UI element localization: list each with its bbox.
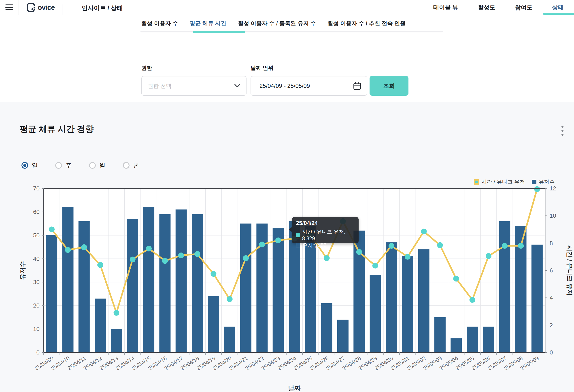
bar-25/04/15[interactable]	[143, 207, 154, 353]
bar-25/04/17[interactable]	[176, 209, 187, 353]
line-point-25/04/28[interactable]	[356, 249, 362, 255]
line-point-25/05/08[interactable]	[518, 243, 524, 249]
bar-25/05/01[interactable]	[402, 256, 413, 353]
bar-25/05/05[interactable]	[467, 327, 478, 353]
bar-25/04/16[interactable]	[159, 214, 170, 353]
right-tick-label: 12	[550, 185, 556, 192]
line-point-25/05/09[interactable]	[534, 186, 540, 192]
tooltip-arrow	[289, 227, 292, 232]
left-tick-label: 70	[33, 185, 40, 192]
left-tick-label: 60	[33, 208, 40, 215]
line-point-25/05/06[interactable]	[486, 253, 492, 259]
bar-25/04/21[interactable]	[240, 224, 251, 353]
line-point-25/04/17[interactable]	[178, 253, 184, 258]
tooltip-bar-row: 유저수: 56	[296, 242, 355, 248]
bar-25/05/09[interactable]	[532, 245, 543, 353]
line-point-25/04/26[interactable]	[324, 255, 330, 261]
bar-25/04/19[interactable]	[208, 296, 219, 353]
right-tick-label: 0	[550, 349, 553, 356]
bar-25/04/26[interactable]	[321, 303, 332, 353]
bar-25/05/03[interactable]	[434, 317, 446, 353]
bar-25/04/11[interactable]	[79, 221, 90, 353]
left-tick-label: 50	[33, 232, 40, 239]
tooltip-line-swatch-icon	[296, 233, 300, 237]
bar-25/04/12[interactable]	[95, 299, 106, 353]
bar-25/04/10[interactable]	[62, 207, 73, 353]
bar-25/04/18[interactable]	[192, 214, 203, 353]
bar-25/04/28[interactable]	[353, 231, 365, 353]
trend-chart: 01020304050607002468101225/04/0925/04/10…	[0, 0, 574, 392]
line-point-25/04/11[interactable]	[81, 244, 87, 250]
bar-25/05/02[interactable]	[418, 249, 430, 353]
right-tick-label: 4	[550, 294, 553, 301]
line-point-25/05/03[interactable]	[437, 242, 443, 248]
line-point-25/04/20[interactable]	[227, 296, 233, 302]
tooltip-date: 25/04/24	[296, 220, 355, 226]
left-tick-label: 10	[33, 326, 40, 332]
bar-25/04/20[interactable]	[224, 327, 235, 353]
line-point-25/04/14[interactable]	[130, 257, 136, 262]
right-tick-label: 6	[550, 267, 553, 274]
left-tick-label: 30	[33, 279, 40, 285]
left-tick-label: 40	[33, 255, 40, 262]
right-tick-label: 8	[550, 240, 553, 246]
bar-25/04/23[interactable]	[273, 228, 284, 353]
right-axis-title: 시간 / 유니크 유저	[566, 245, 573, 296]
line-point-25/05/01[interactable]	[405, 254, 410, 260]
bar-25/05/07[interactable]	[499, 221, 510, 353]
line-point-25/04/19[interactable]	[210, 271, 216, 277]
bar-25/04/09[interactable]	[46, 235, 57, 353]
line-point-25/04/09[interactable]	[49, 227, 55, 232]
line-point-25/04/22[interactable]	[259, 242, 265, 247]
line-point-25/05/07[interactable]	[502, 243, 508, 249]
line-point-25/04/12[interactable]	[97, 262, 103, 268]
line-point-25/04/23[interactable]	[275, 237, 281, 243]
line-point-25/04/16[interactable]	[162, 258, 168, 264]
x-axis-title: 날짜	[288, 385, 301, 392]
bar-25/05/04[interactable]	[451, 338, 462, 353]
tooltip-line-row: 시간 / 유니크 유저: 8.329	[296, 228, 355, 242]
tooltip-bar-swatch-icon	[296, 243, 300, 247]
line-point-25/04/18[interactable]	[194, 251, 200, 257]
line-point-25/05/05[interactable]	[470, 297, 475, 303]
line-point-25/04/10[interactable]	[65, 247, 71, 253]
bar-25/04/29[interactable]	[370, 275, 381, 353]
right-tick-label: 10	[550, 212, 556, 219]
right-tick-label: 2	[550, 322, 553, 329]
line-point-25/04/15[interactable]	[146, 246, 152, 251]
bar-25/05/06[interactable]	[483, 327, 494, 353]
x-tick-label: 25/05/09	[519, 355, 540, 372]
line-point-25/04/29[interactable]	[372, 263, 378, 269]
line-point-25/04/30[interactable]	[389, 243, 394, 249]
bar-25/04/13[interactable]	[111, 329, 122, 353]
chart-tooltip: 25/04/24 시간 / 유니크 유저: 8.329 유저수: 56	[292, 217, 359, 243]
left-axis-title: 유저수	[19, 261, 26, 280]
line-point-25/05/02[interactable]	[421, 229, 427, 234]
bar-25/04/30[interactable]	[386, 242, 397, 353]
line-point-25/04/13[interactable]	[113, 310, 119, 316]
line-point-25/04/21[interactable]	[243, 255, 249, 261]
left-tick-label: 0	[37, 349, 40, 356]
left-tick-label: 20	[33, 302, 40, 309]
x-tick-label: 25/04/10	[50, 355, 71, 372]
bar-25/04/14[interactable]	[127, 219, 138, 353]
bar-25/04/27[interactable]	[337, 319, 348, 353]
line-point-25/05/04[interactable]	[453, 276, 459, 281]
